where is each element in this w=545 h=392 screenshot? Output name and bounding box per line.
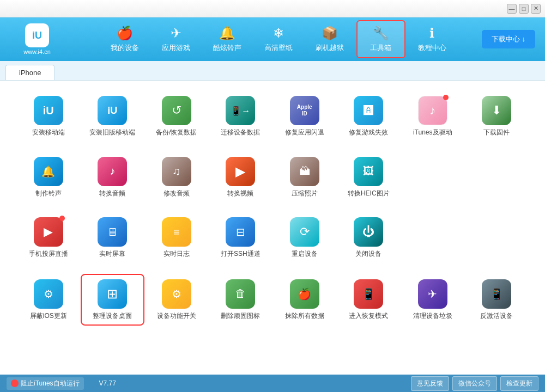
logo-area: iU www.i4.cn bbox=[4, 20, 70, 58]
tool-icon-clean-junk: ✈ bbox=[418, 279, 447, 309]
tool-label-convert-heic: 转换HEIC图片 bbox=[348, 189, 390, 198]
tool-erase-data[interactable]: 🍎 抹除所有数据 bbox=[272, 274, 337, 326]
stop-itunes-btn[interactable]: 阻止iTunes自动运行 bbox=[7, 377, 84, 390]
tool-hide-ios-update[interactable]: ⚙ 屏蔽iOS更新 bbox=[16, 274, 81, 326]
tool-label-erase-data: 抹除所有数据 bbox=[285, 312, 324, 321]
tool-icon-close-device: ⏻ bbox=[354, 217, 383, 247]
title-bar: — □ ✕ bbox=[0, 0, 545, 17]
tool-label-real-screen: 实时屏幕 bbox=[99, 250, 125, 259]
tool-clean-junk[interactable]: ✈ 清理设备垃圾 bbox=[401, 274, 465, 326]
tool-real-screen[interactable]: 🖥 实时屏幕 bbox=[81, 213, 145, 263]
nav-label-flash: 刷机越狱 bbox=[316, 43, 344, 53]
stop-label: 阻止iTunes自动运行 bbox=[21, 379, 80, 388]
tool-fix-app-crash[interactable]: AppleID 修复应用闪退 bbox=[272, 91, 337, 142]
download-btn[interactable]: 下载中心 ↓ bbox=[482, 30, 535, 48]
close-button[interactable]: ✕ bbox=[531, 4, 541, 14]
tool-icon-fix-app-crash: AppleID bbox=[290, 96, 319, 125]
tool-itunes-driver[interactable]: ♪ iTunes及驱动 bbox=[401, 91, 465, 142]
tool-convert-video[interactable]: ▶ 转换视频 bbox=[209, 152, 273, 203]
nav-item-tutorial[interactable]: ℹ 教程中心 bbox=[408, 20, 457, 58]
tool-label-close-device: 关闭设备 bbox=[355, 250, 382, 259]
tool-icon-delete-stubborn: 🗑 bbox=[226, 279, 255, 309]
tab-iphone[interactable]: iPhone bbox=[5, 65, 55, 80]
nav-item-apps[interactable]: ✈ 应用游戏 bbox=[152, 20, 201, 58]
tool-device-switch[interactable]: ⚙ 设备功能开关 bbox=[144, 274, 209, 326]
nav-icon-flash: 📦 bbox=[322, 26, 338, 41]
tool-label-restart-device: 重启设备 bbox=[292, 250, 318, 259]
tool-install-app[interactable]: iU 安装移动端 bbox=[16, 91, 81, 142]
nav-label-ringtones: 酷炫铃声 bbox=[213, 43, 241, 53]
tool-label-make-ringtone: 制作铃声 bbox=[35, 189, 62, 198]
tool-icon-compress-photo: 🏔 bbox=[290, 157, 319, 186]
main-content: iU 安装移动端 iU 安装旧版移动端 ↺ 备份/恢复数据 📱→ 迁移设备数据 bbox=[0, 81, 545, 375]
tool-icon-download-firmware: ⬇ bbox=[482, 96, 511, 125]
tool-fix-game[interactable]: 🅰 修复游戏失效 bbox=[337, 91, 401, 142]
tool-placeholder1 bbox=[401, 152, 465, 203]
tool-label-download-firmware: 下载固件 bbox=[483, 128, 510, 137]
tool-migrate-data[interactable]: 📱→ 迁移设备数据 bbox=[209, 91, 273, 142]
tool-label-convert-audio: 转换音频 bbox=[99, 189, 125, 198]
update-btn[interactable]: 检查更新 bbox=[500, 376, 538, 391]
tool-edit-audio[interactable]: ♫ 修改音频 bbox=[144, 152, 209, 203]
tool-screen-live[interactable]: ▶ 手机投屏直播 bbox=[16, 213, 81, 263]
tool-placeholder2 bbox=[465, 152, 529, 203]
tool-install-old-app[interactable]: iU 安装旧版移动端 bbox=[81, 91, 145, 142]
tool-download-firmware[interactable]: ⬇ 下载固件 bbox=[465, 91, 529, 142]
badge-itunes-driver bbox=[443, 95, 449, 100]
tool-convert-heic[interactable]: 🖼 转换HEIC图片 bbox=[337, 152, 401, 203]
nav-item-flash[interactable]: 📦 刷机越狱 bbox=[305, 20, 354, 58]
tool-backup-restore[interactable]: ↺ 备份/恢复数据 bbox=[144, 91, 209, 142]
tool-label-deactivate: 反激活设备 bbox=[480, 312, 513, 321]
tool-label-install-old-app: 安装旧版移动端 bbox=[89, 128, 135, 137]
status-right: 意见反馈 微信公众号 检查更新 bbox=[411, 376, 538, 391]
nav-label-apps: 应用游戏 bbox=[162, 43, 190, 53]
tool-real-log[interactable]: ≡ 实时日志 bbox=[144, 213, 209, 263]
minimize-button[interactable]: — bbox=[507, 4, 517, 14]
tool-icon-make-ringtone: 🔔 bbox=[34, 157, 63, 186]
tool-icon-open-ssh: ⊟ bbox=[226, 217, 255, 247]
tool-organize-desktop[interactable]: ⊞ 整理设备桌面 bbox=[81, 274, 145, 326]
tool-close-device[interactable]: ⏻ 关闭设备 bbox=[337, 213, 401, 263]
tool-label-organize-desktop: 整理设备桌面 bbox=[93, 312, 132, 321]
tool-restart-device[interactable]: ⟳ 重启设备 bbox=[272, 213, 337, 263]
version-text: V7.77 bbox=[99, 379, 116, 387]
tool-icon-restart-device: ⟳ bbox=[290, 217, 319, 247]
tool-make-ringtone[interactable]: 🔔 制作铃声 bbox=[16, 152, 81, 203]
tool-icon-hide-ios-update: ⚙ bbox=[34, 279, 63, 309]
nav-item-toolbox[interactable]: 🔧 工具箱 bbox=[356, 20, 405, 58]
tool-label-open-ssh: 打开SSH通道 bbox=[221, 250, 261, 259]
tool-icon-convert-audio: ♪ bbox=[98, 157, 127, 186]
tool-label-hide-ios-update: 屏蔽iOS更新 bbox=[30, 312, 67, 321]
nav-label-wallpaper: 高清壁纸 bbox=[264, 43, 293, 53]
tool-icon-migrate-data: 📱→ bbox=[226, 96, 255, 125]
nav-item-wallpaper[interactable]: ❄ 高清壁纸 bbox=[254, 20, 303, 58]
logo-text: www.i4.cn bbox=[23, 48, 51, 55]
tool-icon-install-old-app: iU bbox=[98, 96, 127, 125]
tool-recovery-mode[interactable]: 📱 进入恢复模式 bbox=[337, 274, 401, 326]
nav-icon-ringtones: 🔔 bbox=[219, 26, 235, 41]
nav-item-my-device[interactable]: 🍎 我的设备 bbox=[100, 20, 149, 58]
tool-label-fix-game: 修复游戏失效 bbox=[349, 128, 388, 137]
tool-convert-audio[interactable]: ♪ 转换音频 bbox=[81, 152, 145, 203]
tool-compress-photo[interactable]: 🏔 压缩照片 bbox=[272, 152, 337, 203]
tool-icon-real-screen: 🖥 bbox=[98, 217, 127, 247]
tool-icon-recovery-mode: 📱 bbox=[354, 279, 383, 309]
nav-item-ringtones[interactable]: 🔔 酷炫铃声 bbox=[203, 20, 252, 58]
tool-label-compress-photo: 压缩照片 bbox=[292, 189, 318, 198]
tool-placeholder3 bbox=[401, 213, 465, 263]
tool-label-install-app: 安装移动端 bbox=[32, 128, 65, 137]
tool-placeholder4 bbox=[465, 213, 529, 263]
tool-deactivate[interactable]: 📱 反激活设备 bbox=[465, 274, 529, 326]
tool-label-delete-stubborn: 删除顽固图标 bbox=[221, 312, 260, 321]
status-bar: 阻止iTunes自动运行 V7.77 意见反馈 微信公众号 检查更新 bbox=[0, 375, 545, 392]
tool-open-ssh[interactable]: ⊟ 打开SSH通道 bbox=[209, 213, 273, 263]
tool-icon-deactivate: 📱 bbox=[482, 279, 511, 309]
nav-label-toolbox: 工具箱 bbox=[370, 43, 391, 53]
tool-label-fix-app-crash: 修复应用闪退 bbox=[285, 128, 324, 137]
nav-label-tutorial: 教程中心 bbox=[418, 43, 446, 53]
tool-delete-stubborn[interactable]: 🗑 删除顽固图标 bbox=[209, 274, 273, 326]
feedback-btn[interactable]: 意见反馈 bbox=[411, 376, 449, 391]
maximize-button[interactable]: □ bbox=[519, 4, 529, 14]
wechat-btn[interactable]: 微信公众号 bbox=[452, 376, 497, 391]
stop-icon bbox=[11, 379, 19, 387]
